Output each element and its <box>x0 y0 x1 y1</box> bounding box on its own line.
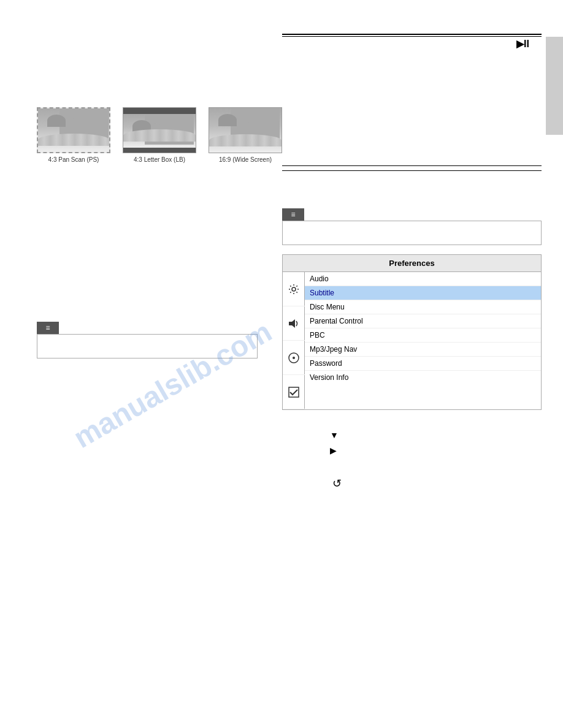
gear-icon <box>288 283 300 295</box>
note-box-left-body <box>37 334 258 358</box>
pref-item-disc-menu[interactable]: Disc Menu <box>305 300 541 314</box>
speaker-icon <box>288 317 300 330</box>
svg-point-0 <box>292 287 296 291</box>
svg-marker-1 <box>289 319 295 328</box>
pref-checkbox-icon-cell <box>283 375 305 409</box>
tv-letter-box-img <box>123 107 196 153</box>
preferences-icons-col <box>283 272 305 409</box>
preferences-items-col: Audio Subtitle Disc Menu Parental Contro… <box>305 272 541 409</box>
tv-images-row: 4:3 Pan Scan (PS) 4:3 Letter Box (LB) 16… <box>37 107 282 163</box>
pref-item-audio[interactable]: Audio <box>305 272 541 286</box>
preferences-body: Audio Subtitle Disc Menu Parental Contro… <box>283 272 541 409</box>
note-box-left: ≡ <box>37 322 258 358</box>
tv-pan-scan-label: 4:3 Pan Scan (PS) <box>48 156 99 163</box>
sidebar-tab <box>546 37 563 135</box>
right-arrow-symbol: ▶ <box>330 443 339 458</box>
pref-circle-icon-cell <box>283 341 305 375</box>
svg-point-3 <box>293 357 295 359</box>
tv-letter-box-label: 4:3 Letter Box (LB) <box>134 156 185 163</box>
mid-rule2 <box>282 170 542 171</box>
top-rule-thin <box>282 36 542 37</box>
tv-wide-screen: 16:9 (Wide Screen) <box>209 107 282 163</box>
tv-pan-scan-img <box>37 107 110 153</box>
play-pause-symbol: ▶II <box>516 39 529 49</box>
play-pause-area: ▶II <box>516 38 529 50</box>
note-box-right-body <box>282 221 542 245</box>
pref-item-parental-control[interactable]: Parental Control <box>305 314 541 328</box>
pref-item-version-info[interactable]: Version Info <box>305 371 541 384</box>
pref-item-subtitle[interactable]: Subtitle <box>305 286 541 300</box>
note-icon-left: ≡ <box>45 324 50 332</box>
circle-icon <box>288 352 300 364</box>
mid-rule <box>282 165 542 166</box>
top-rule-thick <box>282 34 542 35</box>
pref-item-password[interactable]: Password <box>305 357 541 371</box>
pref-gear-icon-cell <box>283 272 305 306</box>
pref-item-pbc[interactable]: PBC <box>305 328 541 343</box>
pref-speaker-icon-cell <box>283 306 305 341</box>
back-arrow-symbol: ↺ <box>332 477 342 490</box>
preferences-panel: Preferences <box>282 254 542 410</box>
note-box-right: ≡ <box>282 208 542 245</box>
preferences-header: Preferences <box>283 255 541 272</box>
note-icon-right: ≡ <box>291 210 295 219</box>
tv-pan-scan: 4:3 Pan Scan (PS) <box>37 107 110 163</box>
note-box-left-header: ≡ <box>37 322 59 334</box>
checkbox-icon <box>288 386 300 398</box>
pref-item-mp3jpeg-nav[interactable]: Mp3/Jpeg Nav <box>305 343 541 357</box>
tv-letter-box: 4:3 Letter Box (LB) <box>123 107 196 163</box>
tv-wide-screen-label: 16:9 (Wide Screen) <box>219 156 272 163</box>
note-box-right-header: ≡ <box>282 208 304 221</box>
arrow-symbols-area: ▼ ▶ <box>330 428 339 458</box>
down-arrow-symbol: ▼ <box>330 428 339 443</box>
tv-wide-screen-img <box>209 107 282 153</box>
